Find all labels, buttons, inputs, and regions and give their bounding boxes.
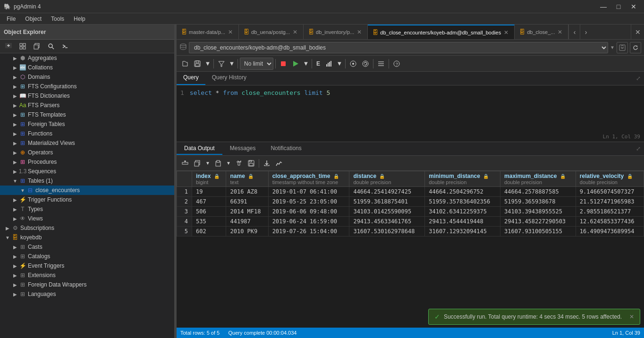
data-cell-relative_velocity[interactable]: 12.6245853377436 <box>576 217 644 227</box>
data-cell-maximum_distance[interactable]: 51959.365938678 <box>500 197 576 207</box>
data-cell-minimum_distance[interactable]: 34102.63412259375 <box>425 207 500 217</box>
save-data-button[interactable] <box>246 158 257 169</box>
data-cell-index[interactable]: 467 <box>192 197 226 207</box>
data-cell-relative_velocity[interactable]: 21.5127471965983 <box>576 197 644 207</box>
data-cell-relative_velocity[interactable]: 9.14665074507327 <box>576 187 644 197</box>
tree-expander-10[interactable]: ▶ <box>11 149 19 156</box>
tree-item-19[interactable]: ▼🗄koyebdb <box>0 233 174 242</box>
tree-expander-0[interactable]: ▶ <box>11 54 19 62</box>
open-file-button[interactable] <box>179 58 191 70</box>
data-cell-minimum_distance[interactable]: 51959.357836402356 <box>425 197 500 207</box>
table-row[interactable]: 45354419872019-06-24 16:59:0029413.45633… <box>177 217 644 227</box>
tree-expander-19[interactable]: ▼ <box>4 234 11 241</box>
data-cell-maximum_distance[interactable]: 34103.39438955525 <box>500 207 576 217</box>
data-cell-name[interactable]: 66391 <box>226 197 268 207</box>
data-cell-distance[interactable]: 34103.01425590095 <box>349 207 425 217</box>
run-button[interactable] <box>290 58 301 70</box>
query-history-tab[interactable]: Query History <box>205 72 253 85</box>
data-cell-close_approach_time[interactable]: 2019-07-26 15:04:00 <box>268 227 349 237</box>
tree-item-17[interactable]: ▶👁Views <box>0 214 174 223</box>
tree-item-9[interactable]: ▶⊞Materialized Views <box>0 138 174 148</box>
tree-expander-21[interactable]: ▶ <box>11 253 19 260</box>
tab-close-button[interactable]: ✕ <box>356 29 363 35</box>
tab-close-button[interactable]: ✕ <box>292 29 298 35</box>
tree-expander-15[interactable]: ▶ <box>11 196 19 203</box>
minimize-button[interactable]: — <box>597 2 610 11</box>
data-cell-index[interactable]: 506 <box>192 207 226 217</box>
tree-expander-8[interactable]: ▶ <box>11 130 19 137</box>
commit-button[interactable] <box>347 58 359 70</box>
tab-close-button[interactable]: ✕ <box>227 29 234 35</box>
run-dropdown-button[interactable]: ▼ <box>302 58 310 70</box>
tree-item-20[interactable]: ▶⊞Casts <box>0 242 174 252</box>
tab-master-data[interactable]: 🗄 master-data/p... ✕ <box>177 25 239 40</box>
output-expand-button[interactable]: ⤢ <box>633 142 644 155</box>
tree-item-21[interactable]: ▶⊞Catalogs <box>0 252 174 261</box>
tab-db-close-2[interactable]: 🗄 db_close_... ✕ <box>515 25 568 40</box>
tree-expander-3[interactable]: ▶ <box>11 83 19 90</box>
tree-item-11[interactable]: ▶⊞Procedures <box>0 157 174 167</box>
tree-expander-14[interactable]: ▼ <box>19 186 26 194</box>
tree-item-15[interactable]: ▶⚡Trigger Functions <box>0 195 174 204</box>
toast-close-button[interactable]: ✕ <box>629 313 634 320</box>
data-cell-index[interactable]: 19 <box>192 187 226 197</box>
stop-button[interactable] <box>278 58 289 70</box>
tree-expander-2[interactable]: ▶ <box>11 73 19 81</box>
data-cell-minimum_distance[interactable]: 31607.12932094145 <box>425 227 500 237</box>
tree-expander-24[interactable]: ▶ <box>11 281 19 288</box>
tab-nav-next[interactable]: › <box>580 25 591 40</box>
data-cell-relative_velocity[interactable]: 16.4909473689954 <box>576 227 644 237</box>
tab-nav-prev[interactable]: ‹ <box>568 25 580 40</box>
tree-expander-7[interactable]: ▶ <box>11 120 19 128</box>
explorer-terminal-button[interactable] <box>59 41 72 52</box>
table-row[interactable]: 35062014 MF182019-06-06 09:48:0034103.01… <box>177 207 644 217</box>
menu-help[interactable]: Help <box>69 15 90 23</box>
tree-item-16[interactable]: ▶TTypes <box>0 204 174 214</box>
tree-expander-13[interactable]: ▼ <box>11 177 19 185</box>
data-cell-name[interactable]: 2016 AZ8 <box>226 187 268 197</box>
tree-item-4[interactable]: ▶📖FTS Dictionaries <box>0 91 174 101</box>
data-cell-close_approach_time[interactable]: 2019-06-06 09:48:00 <box>268 207 349 217</box>
table-row[interactable]: 56022010 PK92019-07-26 15:04:0031607.530… <box>177 227 644 237</box>
filter-dropdown-button[interactable]: ▼ <box>228 58 236 70</box>
chart-button[interactable] <box>273 158 285 169</box>
tree-item-22[interactable]: ▶⚡Event Triggers <box>0 261 174 270</box>
maximize-button[interactable]: □ <box>612 2 625 11</box>
table-row[interactable]: 1192016 AZ82019-01-07 06:41:0044664.2541… <box>177 187 644 197</box>
data-cell-name[interactable]: 441987 <box>226 217 268 227</box>
tree-item-24[interactable]: ▶⊞Foreign Data Wrappers <box>0 280 174 289</box>
data-cell-index[interactable]: 535 <box>192 217 226 227</box>
tree-item-8[interactable]: ▶⊞Functions <box>0 129 174 138</box>
data-cell-maximum_distance[interactable]: 44664.2578887585 <box>500 187 576 197</box>
tree-item-12[interactable]: ▶1.3Sequences <box>0 167 174 176</box>
data-cell-relative_velocity[interactable]: 2.9855186521377 <box>576 207 644 217</box>
tree-expander-6[interactable]: ▶ <box>11 111 19 118</box>
tab-db-close-encounters-active[interactable]: 🗄 db_close_encounters/koyeb-adm@db_small… <box>368 25 515 40</box>
tree-expander-16[interactable]: ▶ <box>11 205 19 213</box>
tree-item-23[interactable]: ▶⊞Extensions <box>0 270 174 280</box>
refresh-button[interactable] <box>630 42 641 53</box>
data-cell-distance[interactable]: 51959.3618875401 <box>349 197 425 207</box>
save-dropdown-button[interactable]: ▼ <box>204 58 212 70</box>
messages-tab[interactable]: Messages <box>222 143 263 155</box>
notifications-tab[interactable]: Notifications <box>263 143 309 155</box>
explorer-search-button[interactable] <box>44 41 58 52</box>
data-cell-distance[interactable]: 31607.530162978648 <box>349 227 425 237</box>
tree-expander-1[interactable]: ▶ <box>11 64 19 71</box>
tree-expander-18[interactable]: ▶ <box>4 224 11 232</box>
paste-dropdown-button[interactable]: ▼ <box>225 158 232 169</box>
tree-expander-12[interactable]: ▶ <box>11 168 19 175</box>
tab-db-inventory[interactable]: 🗄 db_inventory/p... ✕ <box>304 25 368 40</box>
explain-analyze-button[interactable] <box>323 58 335 70</box>
tree-item-10[interactable]: ▶⊕Operators <box>0 148 174 157</box>
close-button[interactable]: ✕ <box>627 2 640 11</box>
menu-file[interactable]: File <box>2 15 20 23</box>
data-cell-close_approach_time[interactable]: 2019-05-25 23:05:00 <box>268 197 349 207</box>
tab-db-uena[interactable]: 🗄 db_uena/postg... ✕ <box>239 25 304 40</box>
paste-rows-button[interactable] <box>212 158 224 169</box>
rollback-button[interactable] <box>360 58 371 70</box>
explorer-add-button[interactable] <box>2 41 15 52</box>
tree-item-1[interactable]: ▶🔤Collations <box>0 63 174 72</box>
tab-close-button[interactable]: ✕ <box>557 29 563 35</box>
connection-status-button[interactable] <box>617 42 628 53</box>
